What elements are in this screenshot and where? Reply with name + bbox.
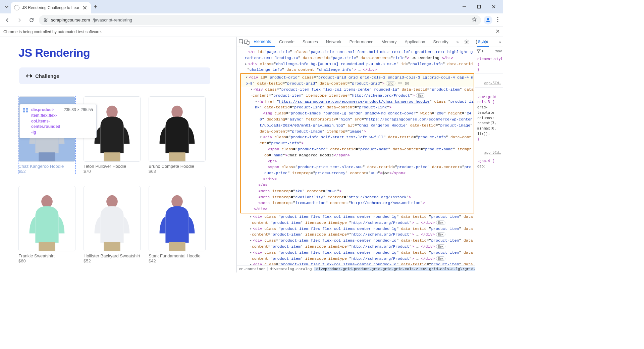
- devtools-tab-sources[interactable]: Sources: [299, 37, 322, 47]
- tab-title: JS Rendering Challenge to Lear: [22, 5, 79, 10]
- dom-line[interactable]: ▾<div id="product-grid" class="product-g…: [241, 74, 474, 87]
- product-item[interactable]: Hollister Backyard Sweatshirt $52: [84, 186, 141, 263]
- dom-line[interactable]: ▾<a href="https://scrapingcourse.com/eco…: [241, 99, 474, 111]
- style-rule-line[interactable]: app-5Cd…: [477, 81, 501, 86]
- dom-line[interactable]: ▸<div class="product-item flex flex-col …: [240, 226, 474, 238]
- dom-line[interactable]: <meta itemprop="sku" content="MH01">: [241, 188, 474, 194]
- reload-button[interactable]: [27, 15, 36, 25]
- devtools-tab-performance[interactable]: Performance: [345, 37, 378, 47]
- infobar-close-icon[interactable]: [496, 29, 500, 34]
- styles-more-icon[interactable]: »: [499, 40, 501, 44]
- dom-line[interactable]: ▸<div class="product-item flex flex-col …: [240, 214, 474, 226]
- page-viewport[interactable]: JS Rendering Challenge div.product-item.…: [0, 37, 236, 272]
- chrome-menu-icon[interactable]: [495, 17, 500, 23]
- dom-line[interactable]: <meta itemprop="itemCondition" content="…: [241, 200, 474, 206]
- svg-point-26: [41, 195, 53, 208]
- back-button[interactable]: [3, 15, 12, 25]
- product-image[interactable]: [18, 186, 75, 251]
- forward-button[interactable]: [15, 15, 24, 25]
- tab-close-icon[interactable]: [82, 5, 88, 10]
- hov-toggle[interactable]: :hov: [495, 49, 502, 53]
- window-maximize-icon[interactable]: [475, 3, 483, 11]
- product-image[interactable]: [84, 186, 141, 251]
- product-image[interactable]: [149, 186, 206, 251]
- style-rule-line[interactable]: }: [477, 137, 501, 142]
- svg-rect-12: [23, 108, 25, 110]
- svg-rect-0: [478, 5, 481, 8]
- devtools-tab-console[interactable]: Console: [275, 37, 299, 47]
- filter-label[interactable]: F: [482, 49, 484, 53]
- dom-line[interactable]: <span class="product-price text-slate-60…: [241, 164, 474, 176]
- svg-rect-30: [104, 242, 120, 251]
- devtools-tab-security[interactable]: Security: [429, 37, 452, 47]
- style-rule-line[interactable]: app-5Cd…: [477, 150, 501, 155]
- browser-tab[interactable]: JS Rendering Challenge to Lear: [11, 2, 91, 13]
- bookmark-star-icon[interactable]: [472, 17, 477, 23]
- styles-tab[interactable]: Styles: [477, 37, 489, 47]
- product-item[interactable]: Stark Fundamental Hoodie $42: [149, 186, 206, 263]
- dom-line[interactable]: <h1 id="page-title" class="page-title te…: [240, 49, 474, 61]
- dom-line[interactable]: </a>: [241, 182, 474, 188]
- style-rule-line[interactable]: [477, 145, 501, 150]
- style-rule-line[interactable]: element.style {: [477, 56, 501, 67]
- dom-line[interactable]: ▾<div class="product-item flex flex-col …: [241, 87, 474, 99]
- dom-line[interactable]: ▸<div class="product-item flex flex-col …: [240, 238, 474, 250]
- dom-line[interactable]: </div>: [241, 176, 474, 182]
- product-item[interactable]: Frankie Sweatshirt $60: [18, 186, 75, 263]
- product-image[interactable]: [149, 96, 206, 162]
- styles-pane[interactable]: Styles » F :hov element.style {} app-5Cd…: [475, 37, 503, 272]
- device-toggle-icon[interactable]: [244, 39, 250, 45]
- svg-rect-9: [30, 74, 31, 78]
- inspect-element-icon[interactable]: [239, 39, 244, 45]
- infobar-text: Chrome is being controlled by automated …: [3, 30, 102, 34]
- product-name: Chaz Kangeroo Hoodie: [18, 164, 75, 169]
- elements-dom-tree[interactable]: <h1 id="page-title" class="page-title te…: [237, 47, 475, 265]
- breadcrumb-item-selected[interactable]: div#product-grid.product-grid.grid.grid-…: [314, 267, 475, 271]
- browser-toolbar: scrapingcourse.com/javascript-rendering: [0, 13, 503, 27]
- style-rule-line[interactable]: .gap-4 {: [477, 158, 501, 164]
- dom-line[interactable]: ▾<div class="product-info self-start tex…: [241, 134, 474, 146]
- svg-rect-11: [28, 76, 30, 76]
- svg-rect-10: [31, 75, 32, 77]
- style-rule-line[interactable]: .sm\:grid-cols-3 {: [477, 94, 501, 105]
- dom-line[interactable]: ▸<div class="product-item flex flex-col …: [240, 261, 474, 265]
- dom-line[interactable]: <br>: [241, 158, 474, 164]
- devtools-tab-network[interactable]: Network: [322, 37, 345, 47]
- style-rule-line[interactable]: grid-template-columns: repeat(3, minmax(…: [477, 105, 501, 137]
- svg-rect-14: [23, 110, 25, 112]
- product-item[interactable]: Bruno Compete Hoodie $63: [149, 96, 206, 174]
- dumbbell-icon: [26, 73, 32, 79]
- new-tab-button[interactable]: [91, 2, 100, 11]
- dom-line[interactable]: <meta itemprop="availability" content="h…: [241, 194, 474, 200]
- devtools-tab-application[interactable]: Application: [400, 37, 429, 47]
- svg-rect-8: [27, 74, 28, 78]
- site-info-icon[interactable]: [43, 17, 48, 23]
- dom-line[interactable]: ▸<div class="challenge-info bg-[#EDF1FD]…: [240, 61, 474, 73]
- style-rule-line[interactable]: }: [477, 67, 501, 72]
- tab-search-dropdown[interactable]: [3, 3, 11, 11]
- dom-line[interactable]: ▸<div class="product-item flex flex-col …: [240, 250, 474, 262]
- styles-rules[interactable]: element.style {} app-5Cd… .sm\:grid-cols…: [475, 55, 503, 272]
- devtools-more-tabs[interactable]: »: [452, 37, 463, 47]
- devtools-tab-memory[interactable]: Memory: [377, 37, 400, 47]
- product-name: Stark Fundamental Hoodie: [149, 253, 206, 258]
- filter-icon[interactable]: [477, 49, 481, 53]
- devtools-breadcrumb[interactable]: er.container div#catalog.catalog div#pro…: [237, 265, 475, 272]
- devtools-tab-elements[interactable]: Elements: [250, 37, 275, 47]
- devtools-panel[interactable]: ⋯ ElementsConsoleSourcesNetworkPerforman…: [236, 37, 503, 272]
- style-rule-line[interactable]: [477, 75, 501, 81]
- svg-rect-13: [26, 108, 28, 110]
- window-minimize-icon[interactable]: [460, 3, 468, 11]
- breadcrumb-item[interactable]: div#catalog.catalog: [268, 267, 314, 271]
- profile-avatar[interactable]: [484, 16, 492, 24]
- dom-line[interactable]: <img class="product-image rounded-lg bor…: [241, 110, 474, 134]
- window-close-icon[interactable]: [490, 3, 498, 11]
- style-rule-line[interactable]: gap:: [477, 164, 501, 169]
- dom-line[interactable]: </div>: [241, 206, 474, 212]
- dom-line[interactable]: <span class="product-name" data-testid="…: [241, 146, 474, 158]
- svg-rect-18: [39, 152, 55, 161]
- address-bar[interactable]: scrapingcourse.com/javascript-rendering: [39, 15, 481, 25]
- breadcrumb-item[interactable]: er.container: [237, 267, 268, 271]
- style-rule-line[interactable]: [477, 89, 501, 94]
- devtools-settings-icon[interactable]: [463, 38, 470, 46]
